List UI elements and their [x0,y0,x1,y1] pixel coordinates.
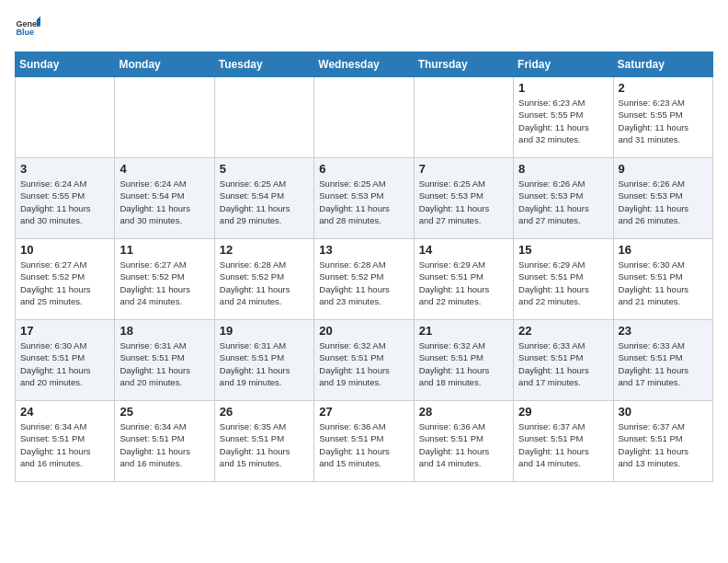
day-number: 25 [119,405,209,419]
calendar-cell: 14Sunrise: 6:29 AM Sunset: 5:51 PM Dayli… [414,239,513,320]
calendar-cell: 24Sunrise: 6:34 AM Sunset: 5:51 PM Dayli… [16,401,115,482]
calendar-header-row: SundayMondayTuesdayWednesdayThursdayFrid… [16,52,713,77]
svg-text:Blue: Blue [16,28,34,37]
calendar-cell: 15Sunrise: 6:29 AM Sunset: 5:51 PM Dayli… [514,239,613,320]
calendar-cell: 3Sunrise: 6:24 AM Sunset: 5:55 PM Daylig… [16,158,115,239]
day-number: 15 [518,243,608,257]
day-info: Sunrise: 6:25 AM Sunset: 5:53 PM Dayligh… [419,178,508,226]
calendar-cell: 18Sunrise: 6:31 AM Sunset: 5:51 PM Dayli… [115,320,214,401]
page-header: General Blue [15,15,713,40]
day-info: Sunrise: 6:29 AM Sunset: 5:51 PM Dayligh… [518,259,608,307]
day-number: 10 [20,243,109,257]
day-info: Sunrise: 6:37 AM Sunset: 5:51 PM Dayligh… [518,420,608,469]
day-number: 17 [20,324,109,338]
day-number: 2 [619,81,708,95]
day-number: 7 [419,162,508,176]
day-info: Sunrise: 6:31 AM Sunset: 5:51 PM Dayligh… [220,339,309,388]
day-number: 14 [419,243,508,257]
calendar-cell [16,77,115,158]
calendar-cell: 20Sunrise: 6:32 AM Sunset: 5:51 PM Dayli… [314,320,414,401]
day-info: Sunrise: 6:32 AM Sunset: 5:51 PM Dayligh… [319,339,408,388]
calendar-cell: 17Sunrise: 6:30 AM Sunset: 5:51 PM Dayli… [16,320,115,401]
calendar-week-2: 3Sunrise: 6:24 AM Sunset: 5:55 PM Daylig… [16,158,713,239]
day-info: Sunrise: 6:25 AM Sunset: 5:54 PM Dayligh… [220,178,309,226]
calendar-cell [214,77,313,158]
day-number: 26 [220,405,309,419]
weekday-header-wednesday: Wednesday [314,52,414,77]
calendar-table: SundayMondayTuesdayWednesdayThursdayFrid… [15,52,713,482]
day-info: Sunrise: 6:29 AM Sunset: 5:51 PM Dayligh… [419,259,508,307]
svg-marker-2 [37,16,40,26]
day-info: Sunrise: 6:35 AM Sunset: 5:51 PM Dayligh… [220,420,309,469]
day-number: 29 [518,405,608,419]
logo: General Blue [15,15,44,40]
day-number: 13 [319,243,408,257]
weekday-header-saturday: Saturday [613,52,712,77]
day-info: Sunrise: 6:36 AM Sunset: 5:51 PM Dayligh… [419,420,508,469]
day-info: Sunrise: 6:37 AM Sunset: 5:51 PM Dayligh… [619,420,708,469]
day-number: 12 [220,243,309,257]
calendar-cell: 6Sunrise: 6:25 AM Sunset: 5:53 PM Daylig… [314,158,414,239]
day-number: 23 [619,324,708,338]
day-info: Sunrise: 6:34 AM Sunset: 5:51 PM Dayligh… [20,420,109,469]
logo-icon: General Blue [15,15,40,40]
day-info: Sunrise: 6:32 AM Sunset: 5:51 PM Dayligh… [419,339,508,388]
day-number: 28 [419,405,508,419]
calendar-cell: 22Sunrise: 6:33 AM Sunset: 5:51 PM Dayli… [514,320,613,401]
calendar-week-4: 17Sunrise: 6:30 AM Sunset: 5:51 PM Dayli… [16,320,713,401]
day-info: Sunrise: 6:28 AM Sunset: 5:52 PM Dayligh… [220,259,309,307]
calendar-cell: 23Sunrise: 6:33 AM Sunset: 5:51 PM Dayli… [613,320,712,401]
day-number: 20 [319,324,408,338]
day-number: 16 [619,243,708,257]
calendar-cell: 11Sunrise: 6:27 AM Sunset: 5:52 PM Dayli… [115,239,214,320]
day-info: Sunrise: 6:23 AM Sunset: 5:55 PM Dayligh… [619,97,708,145]
weekday-header-tuesday: Tuesday [214,52,313,77]
day-info: Sunrise: 6:33 AM Sunset: 5:51 PM Dayligh… [518,339,608,388]
day-info: Sunrise: 6:24 AM Sunset: 5:54 PM Dayligh… [119,178,209,226]
calendar-cell: 29Sunrise: 6:37 AM Sunset: 5:51 PM Dayli… [514,401,613,482]
day-info: Sunrise: 6:33 AM Sunset: 5:51 PM Dayligh… [619,339,708,388]
calendar-cell: 2Sunrise: 6:23 AM Sunset: 5:55 PM Daylig… [613,77,712,158]
calendar-cell: 4Sunrise: 6:24 AM Sunset: 5:54 PM Daylig… [115,158,214,239]
calendar-week-3: 10Sunrise: 6:27 AM Sunset: 5:52 PM Dayli… [16,239,713,320]
day-number: 18 [119,324,209,338]
day-number: 1 [518,81,608,95]
day-number: 27 [319,405,408,419]
calendar-week-1: 1Sunrise: 6:23 AM Sunset: 5:55 PM Daylig… [16,77,713,158]
day-info: Sunrise: 6:34 AM Sunset: 5:51 PM Dayligh… [119,420,209,469]
calendar-week-5: 24Sunrise: 6:34 AM Sunset: 5:51 PM Dayli… [16,401,713,482]
calendar-cell: 13Sunrise: 6:28 AM Sunset: 5:52 PM Dayli… [314,239,414,320]
day-info: Sunrise: 6:26 AM Sunset: 5:53 PM Dayligh… [619,178,708,226]
calendar-cell: 16Sunrise: 6:30 AM Sunset: 5:51 PM Dayli… [613,239,712,320]
weekday-header-monday: Monday [115,52,214,77]
day-info: Sunrise: 6:36 AM Sunset: 5:51 PM Dayligh… [319,420,408,469]
day-number: 11 [119,243,209,257]
day-number: 19 [220,324,309,338]
day-number: 3 [20,162,109,176]
day-number: 6 [319,162,408,176]
day-info: Sunrise: 6:26 AM Sunset: 5:53 PM Dayligh… [518,178,608,226]
day-number: 22 [518,324,608,338]
day-info: Sunrise: 6:25 AM Sunset: 5:53 PM Dayligh… [319,178,408,226]
weekday-header-sunday: Sunday [16,52,115,77]
day-info: Sunrise: 6:23 AM Sunset: 5:55 PM Dayligh… [518,97,608,145]
day-number: 21 [419,324,508,338]
calendar-cell: 27Sunrise: 6:36 AM Sunset: 5:51 PM Dayli… [314,401,414,482]
calendar-cell: 1Sunrise: 6:23 AM Sunset: 5:55 PM Daylig… [514,77,613,158]
calendar-cell: 26Sunrise: 6:35 AM Sunset: 5:51 PM Dayli… [214,401,313,482]
day-number: 4 [119,162,209,176]
day-number: 9 [619,162,708,176]
calendar-cell: 7Sunrise: 6:25 AM Sunset: 5:53 PM Daylig… [414,158,513,239]
day-info: Sunrise: 6:30 AM Sunset: 5:51 PM Dayligh… [619,259,708,307]
calendar-cell: 8Sunrise: 6:26 AM Sunset: 5:53 PM Daylig… [514,158,613,239]
day-info: Sunrise: 6:28 AM Sunset: 5:52 PM Dayligh… [319,259,408,307]
calendar-cell: 28Sunrise: 6:36 AM Sunset: 5:51 PM Dayli… [414,401,513,482]
calendar-cell: 5Sunrise: 6:25 AM Sunset: 5:54 PM Daylig… [214,158,313,239]
calendar-cell: 12Sunrise: 6:28 AM Sunset: 5:52 PM Dayli… [214,239,313,320]
calendar-cell [115,77,214,158]
day-number: 5 [220,162,309,176]
day-info: Sunrise: 6:31 AM Sunset: 5:51 PM Dayligh… [119,339,209,388]
weekday-header-thursday: Thursday [414,52,513,77]
calendar-cell: 9Sunrise: 6:26 AM Sunset: 5:53 PM Daylig… [613,158,712,239]
weekday-header-friday: Friday [514,52,613,77]
